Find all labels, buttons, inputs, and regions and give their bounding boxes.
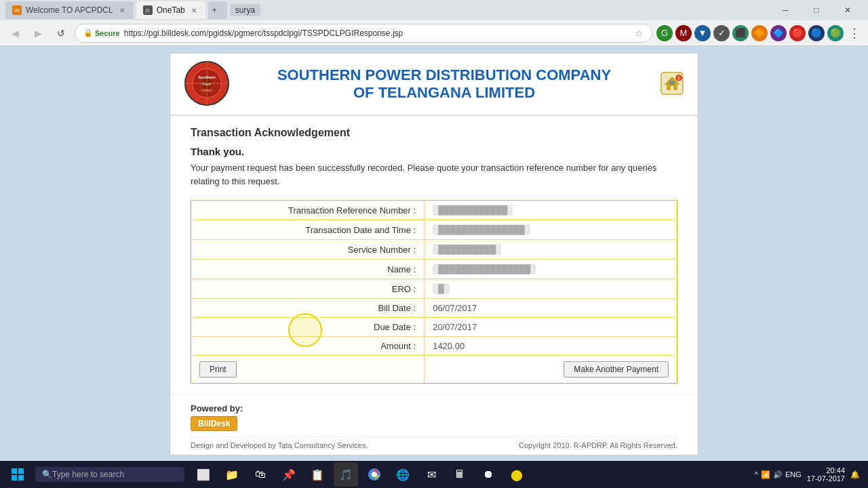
value-date-time: ███████████████ — [425, 220, 677, 240]
forward-button[interactable]: ▶ — [28, 24, 47, 43]
ext-icon-8[interactable]: 🔴 — [789, 25, 806, 41]
value-name: ████████████████ — [425, 260, 677, 279]
tab-onetab[interactable]: O OneTab ✕ — [136, 1, 205, 19]
window-controls: ─ □ ✕ — [770, 0, 863, 20]
table-row: Service Number : ██████████ — [191, 240, 677, 260]
file-explorer-button[interactable]: 📁 — [220, 462, 244, 487]
copyright-text: Copyright 2010. R-APDRP. All Rights Rese… — [519, 441, 677, 449]
footer-credits: Design and Developed by Tata Consultancy… — [191, 436, 677, 449]
start-button[interactable] — [3, 461, 33, 488]
media-icon[interactable]: ⏺ — [476, 462, 500, 487]
mail-icon[interactable]: ✉ — [419, 462, 443, 487]
blurred-value: ███████████████ — [433, 224, 530, 235]
navigation-bar: ◀ ▶ ↺ 🔒 Secure https://pgi.billdesk.com/… — [0, 20, 868, 46]
value-bill-date: 06/07/2017 — [425, 299, 677, 318]
svg-rect-13 — [12, 468, 17, 474]
ext-icon-3[interactable]: ▼ — [694, 25, 711, 41]
tab-new[interactable]: + — [208, 1, 227, 19]
svg-rect-14 — [18, 468, 24, 474]
blurred-value: ████████████ — [433, 205, 513, 216]
page-area: Southern Power TSSPDCL SOUTHERN POWER DI… — [0, 46, 868, 461]
language-indicator: ENG — [785, 470, 802, 479]
table-row: Amount : 1420.00 — [191, 337, 677, 356]
ext-icon-7[interactable]: 🔷 — [770, 25, 787, 41]
ext-icon-10[interactable]: 🟢 — [827, 25, 844, 41]
chrome-icon[interactable] — [362, 462, 387, 487]
taskbar-pin-2[interactable]: 📋 — [305, 462, 330, 487]
taskbar-clock[interactable]: 20:44 17-07-2017 — [807, 466, 845, 483]
svg-rect-16 — [18, 475, 24, 481]
label-amount: Amount : — [191, 337, 425, 356]
tab-close-onetab[interactable]: ✕ — [189, 5, 199, 15]
home-icon[interactable]: ! — [660, 71, 684, 96]
transaction-title: Transaction Acknowledgement — [191, 127, 677, 139]
ext-icon-9[interactable]: 🔵 — [808, 25, 825, 41]
blurred-value: ████████████████ — [433, 264, 536, 274]
store-button[interactable]: 🛍 — [248, 462, 273, 487]
tab-favicon-apcpdcl: W — [12, 5, 22, 15]
menu-icon[interactable]: ⋮ — [846, 25, 863, 41]
new-tab-icon: + — [212, 5, 217, 15]
title-bar: W Welcome TO APCPDCL ✕ O OneTab ✕ + sury… — [0, 0, 868, 20]
ext-icon-1[interactable]: G — [656, 25, 673, 41]
company-name-line1: SOUTHERN POWER DISTRIBUTION COMPANY — [242, 66, 646, 84]
tab-apcpdcl[interactable]: W Welcome TO APCPDCL ✕ — [5, 1, 134, 19]
table-row: ERO : █ — [191, 279, 677, 299]
tray-up-arrow[interactable]: ^ — [755, 470, 758, 479]
taskbar-right: ^ 📶 🔊 ENG 20:44 17-07-2017 🔔 — [755, 466, 865, 483]
value-amount: 1420.00 — [425, 337, 677, 356]
maximize-button[interactable]: □ — [802, 0, 831, 20]
back-button[interactable]: ◀ — [5, 24, 24, 43]
user-label: surya — [230, 4, 260, 16]
clock-time: 20:44 — [807, 466, 845, 474]
ext-icon-2[interactable]: M — [675, 25, 692, 41]
minimize-button[interactable]: ─ — [770, 0, 800, 20]
table-row: Name : ████████████████ — [191, 260, 677, 279]
label-bill-date: Bill Date : — [191, 299, 425, 318]
task-view-button[interactable]: ⬜ — [191, 462, 216, 487]
table-row: Bill Date : 06/07/2017 — [191, 299, 677, 318]
actions-row: Print Make Another Payment — [191, 356, 677, 384]
taskbar-search-box[interactable]: 🔍 Type here to search — [35, 467, 184, 482]
system-tray-icons: ^ 📶 🔊 ENG — [755, 470, 802, 479]
ext-icon-5[interactable]: ⬛ — [732, 25, 749, 41]
taskbar-pin-3[interactable]: 🎵 — [334, 462, 358, 487]
logo-svg: Southern Power TSSPDCL — [184, 60, 230, 106]
svg-text:!: ! — [678, 75, 680, 81]
notification-icon[interactable]: 🔔 — [850, 470, 860, 479]
main-content: Transaction Acknowledgement Thank you. Y… — [170, 116, 698, 394]
calculator-icon[interactable]: 🖩 — [448, 462, 472, 487]
print-button[interactable]: Print — [199, 361, 237, 378]
bookmark-star-icon[interactable]: ☆ — [635, 28, 644, 39]
print-cell: Print — [191, 356, 425, 384]
blurred-value: ██████████ — [433, 244, 501, 255]
address-bar[interactable]: 🔒 Secure https://pgi.billdesk.com/pgidsk… — [75, 24, 652, 43]
edge-icon[interactable]: 🌐 — [391, 462, 415, 487]
browser-window: W Welcome TO APCPDCL ✕ O OneTab ✕ + sury… — [0, 0, 868, 461]
taskbar-pin-1[interactable]: 📌 — [277, 462, 301, 487]
make-another-payment-button[interactable]: Make Another Payment — [564, 361, 669, 378]
home-icon-area: ! — [657, 71, 684, 98]
value-due-date: 20/07/2017 — [425, 318, 677, 337]
tab-close-apcpdcl[interactable]: ✕ — [117, 5, 127, 15]
ext-icon-6[interactable]: 🔶 — [751, 25, 768, 41]
circle-icon[interactable]: ⬤ — [505, 462, 529, 487]
page-footer: Powered by: BillDesk Design and Develope… — [170, 394, 698, 455]
make-payment-cell: Make Another Payment — [425, 356, 677, 384]
taskbar: 🔍 Type here to search ⬜ 📁 🛍 📌 📋 🎵 🌐 ✉ 🖩 … — [0, 461, 868, 488]
value-ero: █ — [425, 279, 677, 299]
refresh-button[interactable]: ↺ — [52, 24, 71, 43]
success-message: Your payment request has been successful… — [191, 161, 677, 188]
close-button[interactable]: ✕ — [833, 0, 863, 20]
page-content: Southern Power TSSPDCL SOUTHERN POWER DI… — [170, 53, 698, 455]
value-service-number: ██████████ — [425, 240, 677, 260]
volume-icon[interactable]: 🔊 — [773, 470, 783, 479]
transaction-table: Transaction Reference Number : █████████… — [191, 200, 677, 384]
tab-label-apcpdcl: Welcome TO APCPDCL — [26, 5, 113, 15]
network-icon[interactable]: 📶 — [761, 470, 770, 479]
ext-icon-4[interactable]: ✓ — [713, 25, 730, 41]
value-ref-number: ████████████ — [425, 201, 677, 220]
design-credits: Design and Developed by Tata Consultancy… — [191, 441, 368, 449]
label-service-number: Service Number : — [191, 240, 425, 260]
blurred-value: █ — [433, 283, 450, 294]
